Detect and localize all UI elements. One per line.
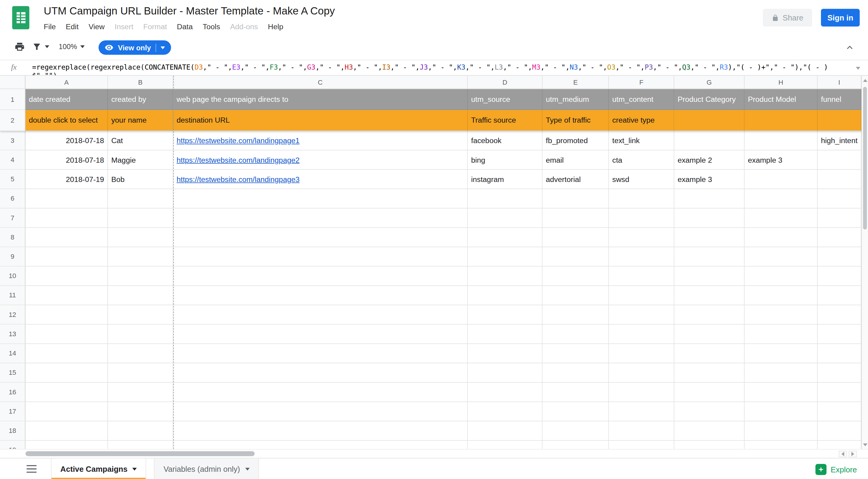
horizontal-scrollbar[interactable] [0,449,868,457]
cell-B10[interactable] [108,267,174,286]
menu-data[interactable]: Data [172,22,197,32]
scroll-right-button[interactable] [849,451,857,457]
cell-link[interactable]: https://testwebsite.com/landingpage1 [177,136,300,145]
row-header-6[interactable]: 6 [0,189,25,208]
cell-link[interactable]: https://testwebsite.com/landingpage2 [177,156,300,164]
cell-C7[interactable] [174,208,468,228]
row-header-19[interactable]: 19 [0,441,25,449]
cell-I14[interactable] [818,344,861,363]
cell-H5[interactable] [745,170,818,189]
chevron-down-icon[interactable] [132,468,137,470]
cell-B5[interactable]: Bob [108,170,174,189]
cell-E10[interactable] [542,267,609,286]
row-header-7[interactable]: 7 [0,208,25,228]
row-header-15[interactable]: 15 [0,363,25,383]
row-header-4[interactable]: 4 [0,150,25,170]
column-header-E[interactable]: E [542,76,609,88]
cell-E7[interactable] [542,208,609,228]
cell-F5[interactable]: swsd [609,170,674,189]
cell-H2[interactable] [745,110,818,131]
cell-C6[interactable] [174,189,468,208]
cell-E9[interactable] [542,247,609,266]
cell-I8[interactable] [818,228,861,247]
cell-E6[interactable] [542,189,609,208]
cell-G4[interactable]: example 2 [674,150,745,170]
cell-G17[interactable] [674,402,745,421]
cell-C12[interactable] [174,305,468,324]
row-header-13[interactable]: 13 [0,324,25,344]
cell-C1[interactable]: web page the campaign directs to [174,89,468,110]
menu-file[interactable]: File [39,22,61,32]
column-header-C[interactable]: C [174,76,468,88]
cell-F9[interactable] [609,247,674,266]
cell-H13[interactable] [745,324,818,344]
row-header-11[interactable]: 11 [0,286,25,305]
row-header-3[interactable]: 3 [0,131,25,150]
cell-D17[interactable] [468,402,542,421]
cell-A11[interactable] [25,286,108,305]
cell-H19[interactable] [745,441,818,449]
select-all-corner[interactable] [0,76,25,88]
row-header-5[interactable]: 5 [0,170,25,189]
cell-G5[interactable]: example 3 [674,170,745,189]
cell-G11[interactable] [674,286,745,305]
cell-B7[interactable] [108,208,174,228]
cell-E5[interactable]: advertorial [542,170,609,189]
cell-C9[interactable] [174,247,468,266]
cell-I13[interactable] [818,324,861,344]
cell-G18[interactable] [674,421,745,441]
cell-F15[interactable] [609,363,674,383]
cell-C2[interactable]: destination URL [174,110,468,131]
row-header-17[interactable]: 17 [0,402,25,421]
collapse-toolbar-button[interactable] [845,42,855,55]
cell-D18[interactable] [468,421,542,441]
cell-link[interactable]: https://testwebsite.com/landingpage3 [177,175,300,183]
cell-B8[interactable] [108,228,174,247]
cell-I6[interactable] [818,189,861,208]
cell-D15[interactable] [468,363,542,383]
cell-H11[interactable] [745,286,818,305]
all-sheets-menu-button[interactable] [27,465,36,475]
cell-A16[interactable] [25,383,108,402]
menu-tools[interactable]: Tools [198,22,225,32]
column-header-G[interactable]: G [674,76,745,88]
cell-D9[interactable] [468,247,542,266]
print-button[interactable] [14,42,25,52]
cell-E8[interactable] [542,228,609,247]
sheet-tab-active-campaigns[interactable]: Active Campaigns [51,458,146,479]
zoom-control[interactable]: 100% [59,42,85,51]
cell-E11[interactable] [542,286,609,305]
cell-D3[interactable]: facebook [468,131,542,150]
column-header-F[interactable]: F [609,76,674,88]
cell-E3[interactable]: fb_promoted [542,131,609,150]
cell-H10[interactable] [745,267,818,286]
cell-D8[interactable] [468,228,542,247]
cell-F16[interactable] [609,383,674,402]
cell-D4[interactable]: bing [468,150,542,170]
cell-C4[interactable]: https://testwebsite.com/landingpage2 [174,150,468,170]
scroll-down-button[interactable] [862,441,868,449]
cell-E17[interactable] [542,402,609,421]
row-header-10[interactable]: 10 [0,267,25,286]
vertical-scrollbar-thumb[interactable] [863,87,867,230]
cell-D10[interactable] [468,267,542,286]
sheet-tab-variables-admin-only[interactable]: Variables (admin only) [154,458,259,479]
cell-B18[interactable] [108,421,174,441]
cell-H1[interactable]: Product Model [745,89,818,110]
cell-H3[interactable] [745,131,818,150]
sign-in-button[interactable]: Sign in [821,9,860,27]
scroll-left-button[interactable] [839,451,847,457]
cell-G7[interactable] [674,208,745,228]
cell-E14[interactable] [542,344,609,363]
cell-G1[interactable]: Product Category [674,89,745,110]
row-header-1[interactable]: 1 [0,89,25,110]
explore-button[interactable]: Explore [811,461,861,478]
cell-H15[interactable] [745,363,818,383]
cell-E1[interactable]: utm_medium [542,89,609,110]
cell-D13[interactable] [468,324,542,344]
cell-D1[interactable]: utm_source [468,89,542,110]
vertical-scrollbar[interactable] [861,76,868,449]
cell-I4[interactable] [818,150,861,170]
view-only-button[interactable]: View only [99,40,171,55]
cell-G9[interactable] [674,247,745,266]
